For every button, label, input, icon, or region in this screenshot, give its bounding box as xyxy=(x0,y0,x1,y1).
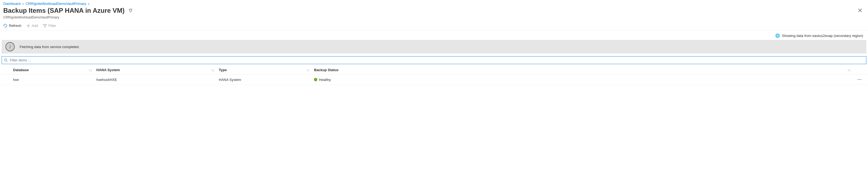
status-healthy-icon: ✓ xyxy=(314,78,317,81)
svg-point-0 xyxy=(4,59,6,61)
globe-icon: 🌐 xyxy=(775,33,780,38)
plus-icon xyxy=(26,24,30,28)
cell-hana-system: hxehost\HXE xyxy=(94,78,217,82)
row-actions-button[interactable]: ··· xyxy=(858,77,862,82)
table-header-row: Database ↑↓ HANA System ↑↓ Type ↑↓ Backu… xyxy=(0,66,868,74)
breadcrumb: Dashboard > CRRIgniteWorkloadDemoVaultPr… xyxy=(0,0,868,7)
refresh-label: Refresh xyxy=(9,24,22,28)
column-header-hana-system[interactable]: HANA System ↑↓ xyxy=(94,68,217,72)
sort-icon: ↑↓ xyxy=(211,68,214,72)
column-label: HANA System xyxy=(96,68,120,72)
filter-label: Filter xyxy=(49,24,56,28)
breadcrumb-link-dashboard[interactable]: Dashboard xyxy=(3,2,21,6)
column-header-database[interactable]: Database ↑↓ xyxy=(2,68,94,72)
info-icon: i xyxy=(5,42,15,51)
cell-database: hxe xyxy=(2,78,94,82)
filter-box[interactable] xyxy=(2,56,866,64)
backup-items-table: Database ↑↓ HANA System ↑↓ Type ↑↓ Backu… xyxy=(0,66,868,85)
region-indicator: 🌐 Showing data from eastus2euap (seconda… xyxy=(0,31,868,40)
filter-input[interactable] xyxy=(9,58,864,63)
status-text: Healthy xyxy=(319,78,331,82)
column-header-type[interactable]: Type ↑↓ xyxy=(217,68,312,72)
chevron-right-icon: > xyxy=(88,2,90,5)
page-header: Backup Items (SAP HANA in Azure VM) xyxy=(0,7,868,15)
page-subtitle: CRRIgniteWorkloadDemoVaultPrimary xyxy=(0,15,868,22)
info-message: Fetching data from service completed. xyxy=(20,45,80,49)
column-label: Type xyxy=(219,68,227,72)
pin-icon[interactable] xyxy=(128,8,133,13)
sort-icon: ↑↓ xyxy=(307,68,310,72)
column-label: Backup Status xyxy=(314,68,339,72)
region-text: Showing data from eastus2euap (secondary… xyxy=(782,34,863,38)
refresh-button[interactable]: Refresh xyxy=(3,24,22,28)
toolbar: Refresh Add Filter xyxy=(0,22,868,31)
search-icon xyxy=(4,59,8,62)
add-button[interactable]: Add xyxy=(26,24,38,28)
page-title: Backup Items (SAP HANA in Azure VM) xyxy=(3,7,125,14)
info-banner: i Fetching data from service completed. xyxy=(2,40,866,53)
cell-type: HANA System xyxy=(217,78,312,82)
sort-icon: ↑↓ xyxy=(847,68,850,72)
filter-container xyxy=(2,56,866,64)
filter-button[interactable]: Filter xyxy=(43,24,56,28)
sort-icon: ↑↓ xyxy=(89,68,92,72)
add-label: Add xyxy=(32,24,38,28)
table-row[interactable]: hxe hxehost\HXE HANA System ✓ Healthy ··… xyxy=(0,74,868,85)
filter-icon xyxy=(43,24,47,28)
column-header-backup-status[interactable]: Backup Status ↑↓ xyxy=(312,68,853,72)
refresh-icon xyxy=(3,24,7,28)
cell-backup-status: ✓ Healthy xyxy=(312,78,853,82)
close-button[interactable] xyxy=(858,8,863,13)
chevron-right-icon: > xyxy=(22,2,24,5)
breadcrumb-link-vault[interactable]: CRRIgniteWorkloadDemoVaultPrimary xyxy=(26,2,86,6)
column-label: Database xyxy=(13,68,29,72)
